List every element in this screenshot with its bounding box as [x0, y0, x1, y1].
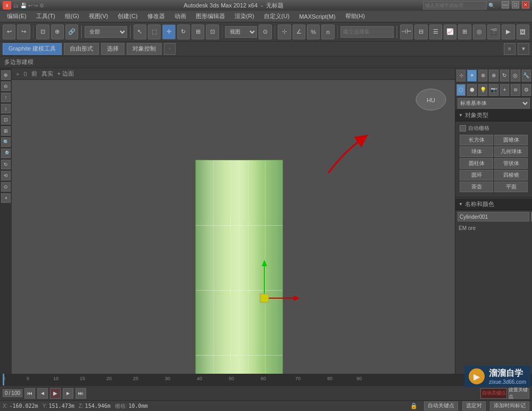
camera-btn[interactable]: 📷: [489, 84, 498, 96]
object-type-section-header[interactable]: ▼ 对象类型: [455, 110, 532, 121]
left-icon-11[interactable]: ⊙: [1, 182, 11, 192]
maximize-button[interactable]: □: [512, 1, 519, 9]
menu-render[interactable]: 渲染(R): [230, 11, 259, 21]
modify-icon-btn[interactable]: ⊗: [478, 70, 487, 81]
toolbar2-collapse[interactable]: ▼: [518, 43, 529, 55]
display2-icon-btn[interactable]: ◎: [511, 70, 520, 81]
material-btn[interactable]: ◎: [473, 24, 486, 39]
menu-graph-editors[interactable]: 图形编辑器: [192, 11, 229, 21]
menu-maxscript[interactable]: MAXScript(M): [295, 12, 339, 21]
left-icon-3[interactable]: ↑: [1, 93, 11, 102]
left-icon-4[interactable]: ↕: [1, 104, 11, 113]
autogrid-checkbox[interactable]: [460, 125, 466, 131]
menu-help[interactable]: 帮助(H): [341, 11, 369, 21]
select-btn-2[interactable]: ⊕: [51, 24, 64, 39]
teapot-btn[interactable]: 茶壶: [460, 182, 493, 192]
select-tool[interactable]: ↖: [134, 24, 146, 39]
scale-type-tool[interactable]: ⊡: [206, 24, 219, 39]
select-btn-1[interactable]: ⊡: [36, 24, 49, 39]
selection-filter-dropdown[interactable]: 全部: [85, 26, 127, 38]
align-btn[interactable]: ⊟: [414, 24, 427, 39]
left-icon-8[interactable]: 🔎: [1, 149, 11, 158]
ref-coord-dropdown[interactable]: 视图: [225, 26, 257, 38]
minimize-button[interactable]: —: [502, 1, 509, 9]
mirror-btn[interactable]: ⊣⊢: [400, 24, 413, 39]
snap-3d-btn[interactable]: ⊹: [278, 24, 290, 39]
tab-dot[interactable]: ·: [164, 43, 176, 55]
toolbar2-settings[interactable]: ≡: [504, 43, 516, 55]
add-key-time-btn[interactable]: 添加时间标记: [490, 401, 529, 410]
viewport-3d[interactable]: HU: [12, 80, 455, 374]
plane-btn[interactable]: 平面: [494, 182, 528, 192]
named-selection-input[interactable]: [340, 26, 394, 38]
prev-frame-btn[interactable]: ◄: [37, 388, 48, 399]
menu-animation[interactable]: 动画: [170, 11, 190, 21]
left-icon-2[interactable]: ⊖: [1, 81, 11, 91]
sphere-btn[interactable]: 球体: [460, 146, 493, 157]
menu-tools[interactable]: 工具(T): [32, 11, 60, 21]
menu-customize[interactable]: 自定义(U): [260, 11, 294, 21]
select-btn-3[interactable]: 🔗: [65, 24, 78, 39]
curve-editor-btn[interactable]: 📈: [444, 24, 456, 39]
snap-spinner-btn[interactable]: n: [321, 24, 334, 39]
left-icon-7[interactable]: 🔍: [1, 137, 11, 147]
render-setup-btn[interactable]: 🎬: [487, 24, 500, 39]
auto-key-btn[interactable]: 自动关键点: [480, 388, 507, 399]
select-region-tool[interactable]: ⬚: [148, 24, 161, 39]
auto-key-status-btn[interactable]: 自动关键点: [424, 401, 458, 410]
menu-edit[interactable]: 编辑(E): [3, 11, 31, 21]
tube-btn[interactable]: 管状体: [494, 158, 528, 169]
left-icon-6[interactable]: ⊞: [1, 126, 11, 136]
menu-modifiers[interactable]: 修改器: [143, 11, 169, 21]
cylinder-btn[interactable]: 圆柱体: [460, 158, 493, 169]
left-icon-1[interactable]: ⊕: [1, 70, 11, 80]
spacewarp-btn[interactable]: ≋: [511, 84, 520, 96]
left-icon-12[interactable]: ⌖: [1, 193, 11, 203]
helper-btn[interactable]: +: [500, 84, 509, 96]
go-to-start-btn[interactable]: ⏮: [24, 388, 35, 399]
light-btn[interactable]: 💡: [478, 84, 487, 96]
viewport-view-label[interactable]: 前: [31, 70, 37, 78]
category-dropdown[interactable]: 标准基本体: [458, 98, 530, 109]
left-icon-9[interactable]: ↻: [1, 160, 11, 169]
undo-button[interactable]: ↩: [3, 24, 15, 39]
tab-selection[interactable]: 选择: [101, 43, 124, 55]
motion-icon-btn[interactable]: ↻: [500, 70, 509, 81]
pyramid-btn[interactable]: 四棱锥: [494, 170, 528, 180]
set-key-btn[interactable]: 设置关键点: [508, 388, 529, 399]
left-icon-10[interactable]: ⟲: [1, 171, 11, 180]
menu-view[interactable]: 视图(V): [85, 11, 113, 21]
create-icon-btn[interactable]: ✦: [467, 70, 476, 81]
menu-group[interactable]: 组(G): [61, 11, 84, 21]
search-input[interactable]: [423, 1, 487, 10]
rotate-tool[interactable]: ↻: [177, 24, 190, 39]
snap-angle-btn[interactable]: ∠: [293, 24, 305, 39]
close-button[interactable]: ✕: [522, 1, 529, 9]
go-to-end-btn[interactable]: ⏭: [76, 388, 86, 399]
torus-btn[interactable]: 圆环: [460, 170, 493, 180]
utilities-icon-btn[interactable]: 🔧: [522, 70, 531, 81]
tab-graphite[interactable]: Graphite 建模工具: [3, 43, 62, 55]
display-icon-btn[interactable]: ⊹: [456, 70, 466, 81]
play-btn[interactable]: ▶: [50, 388, 61, 399]
tab-freeform[interactable]: 自由形式: [64, 43, 99, 55]
scale-tool[interactable]: ⊞: [192, 24, 204, 39]
geosphere-btn[interactable]: 几何球体: [494, 146, 528, 157]
cone-btn[interactable]: 圆锥体: [494, 135, 528, 145]
menu-create[interactable]: 创建(C): [113, 11, 142, 21]
name-color-section-header[interactable]: ▼ 名称和颜色: [455, 199, 532, 210]
object-name-input[interactable]: [458, 212, 529, 221]
viewport-edge-mode[interactable]: + 边面: [57, 70, 74, 78]
redo-button[interactable]: ↪: [17, 24, 30, 39]
layer-btn[interactable]: ☰: [429, 24, 442, 39]
left-icon-5[interactable]: ⊡: [1, 115, 11, 125]
viewport-render-mode[interactable]: 真实: [41, 70, 53, 78]
tab-object-control[interactable]: 对象控制: [127, 43, 162, 55]
render-btn[interactable]: ▶: [502, 24, 514, 39]
set-key-status-btn[interactable]: 选定对: [462, 401, 486, 410]
move-tool[interactable]: ✛: [162, 24, 175, 39]
render-frame-btn[interactable]: 🖼: [517, 24, 529, 39]
geometry-btn[interactable]: ⬡: [456, 84, 466, 96]
box-btn[interactable]: 长方体: [460, 135, 493, 145]
schematic-btn[interactable]: ⊞: [458, 24, 471, 39]
